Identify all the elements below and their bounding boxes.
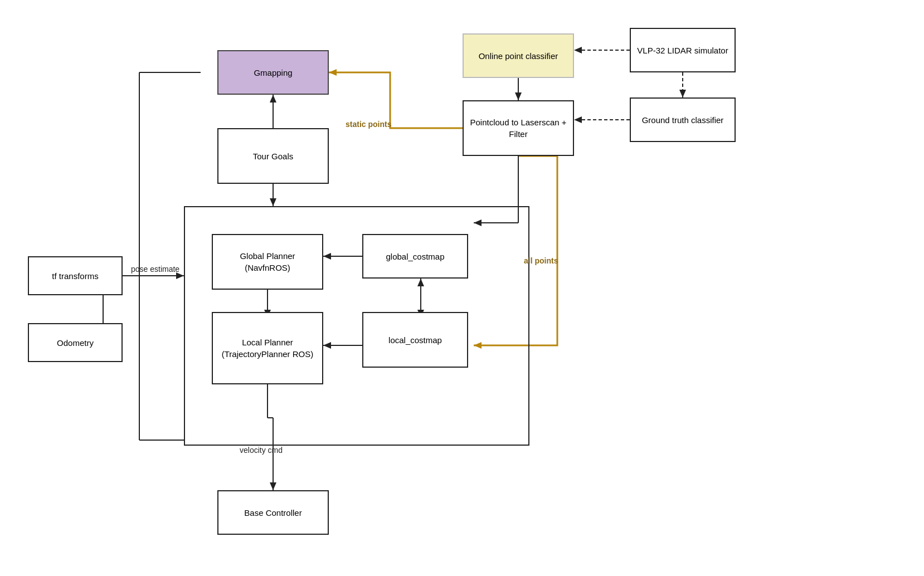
- local-costmap-box: local_costmap: [362, 312, 468, 368]
- svg-marker-14: [515, 92, 522, 100]
- pointcloud-laserscan-label: Pointcloud to Laserscan + Filter: [468, 116, 568, 140]
- global-planner-label: Global Planner (NavfnROS): [217, 250, 318, 274]
- gmapping-label: Gmapping: [254, 67, 292, 79]
- vlp32-box: VLP-32 LIDAR simulator: [630, 28, 736, 72]
- svg-marker-4: [270, 95, 276, 102]
- ground-truth-box: Ground truth classifier: [630, 97, 736, 142]
- svg-marker-36: [270, 482, 276, 490]
- static-points-label: static points: [346, 120, 391, 129]
- svg-marker-12: [574, 116, 582, 123]
- local-planner-label: Local Planner (TrajectoryPlanner ROS): [217, 336, 318, 360]
- odometry-box: Odometry: [28, 323, 123, 362]
- svg-marker-5: [329, 69, 337, 76]
- svg-marker-10: [679, 90, 686, 97]
- global-costmap-label: global_costmap: [386, 251, 444, 262]
- all-points-label: all points: [524, 256, 558, 265]
- online-classifier-label: Online point classifier: [479, 50, 558, 62]
- base-controller-label: Base Controller: [244, 507, 301, 519]
- global-planner-box: Global Planner (NavfnROS): [212, 234, 323, 290]
- pointcloud-laserscan-box: Pointcloud to Laserscan + Filter: [463, 100, 574, 156]
- diagram-container: Gmapping Tour Goals Online point classif…: [0, 0, 924, 576]
- online-classifier-box: Online point classifier: [463, 33, 574, 78]
- tf-transforms-label: tf transforms: [52, 270, 98, 282]
- svg-marker-16: [270, 198, 276, 206]
- global-costmap-box: global_costmap: [362, 234, 468, 279]
- pose-estimate-label: pose estimate: [131, 265, 179, 274]
- velocity-cmd-label: velocity cmd: [240, 446, 283, 455]
- svg-marker-8: [574, 47, 582, 53]
- base-controller-box: Base Controller: [217, 490, 329, 535]
- gmapping-box: Gmapping: [217, 50, 329, 95]
- tour-goals-label: Tour Goals: [253, 150, 294, 162]
- ground-truth-label: Ground truth classifier: [642, 114, 724, 126]
- local-planner-box: Local Planner (TrajectoryPlanner ROS): [212, 312, 323, 384]
- local-costmap-label: local_costmap: [388, 334, 442, 346]
- vlp32-label: VLP-32 LIDAR simulator: [637, 45, 728, 56]
- odometry-label: Odometry: [57, 337, 94, 349]
- tour-goals-box: Tour Goals: [217, 128, 329, 184]
- tf-transforms-box: tf transforms: [28, 256, 123, 295]
